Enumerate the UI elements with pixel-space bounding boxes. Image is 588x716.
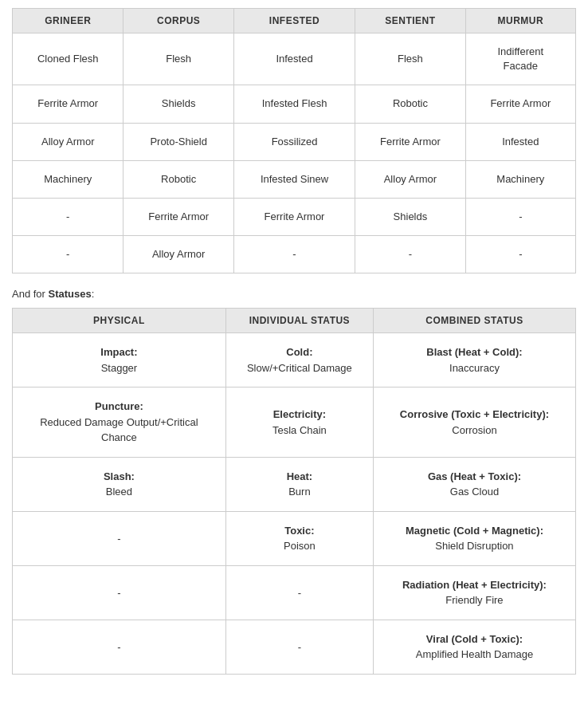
table-cell: - <box>13 198 123 235</box>
table-row: Impact:StaggerCold:Slow/+Critical Damage… <box>13 333 576 388</box>
physical-cell: Slash:Bleed <box>13 457 226 511</box>
enemy-column-header: INFESTED <box>233 9 355 33</box>
table-row: --Radiation (Heat + Electricity):Friendl… <box>13 565 576 620</box>
individual-status-cell: Cold:Slow/+Critical Damage <box>225 333 373 388</box>
individual-status-cell: - <box>225 620 373 674</box>
individual-status-cell: Toxic:Poison <box>225 511 373 565</box>
status-column-header: INDIVIDUAL STATUS <box>225 309 373 333</box>
table-cell: - <box>233 236 355 273</box>
status-column-header: PHYSICAL <box>13 309 226 333</box>
enemy-column-header: GRINEER <box>13 9 123 33</box>
table-cell: Robotic <box>123 160 233 198</box>
combined-status-cell: Viral (Cold + Toxic):Amplified Health Da… <box>373 620 575 674</box>
table-row: Slash:BleedHeat:BurnGas (Heat + Toxic):G… <box>13 457 576 511</box>
physical-cell: - <box>13 565 226 620</box>
physical-cell: - <box>13 511 226 565</box>
table-cell: Flesh <box>123 33 233 85</box>
status-column-header: COMBINED STATUS <box>373 309 575 333</box>
table-cell: Fossilized <box>233 123 355 160</box>
enemy-type-table: GRINEERCORPUSINFESTEDSENTIENTMURMUR Clon… <box>12 8 576 273</box>
enemy-column-header: SENTIENT <box>355 9 465 33</box>
table-cell: Infested Sinew <box>233 160 355 198</box>
table-cell: - <box>355 236 465 273</box>
table-row: MachineryRoboticInfested SinewAlloy Armo… <box>13 160 576 198</box>
individual-status-cell: - <box>225 565 373 620</box>
table-row: --Viral (Cold + Toxic):Amplified Health … <box>13 620 576 674</box>
table-cell: Alloy Armor <box>355 160 465 198</box>
table-cell: Indifferent Facade <box>465 33 575 85</box>
table-cell: Infested <box>233 33 355 85</box>
table-cell: Alloy Armor <box>123 236 233 273</box>
status-table: PHYSICALINDIVIDUAL STATUSCOMBINED STATUS… <box>12 308 576 675</box>
table-row: -Alloy Armor--- <box>13 236 576 273</box>
table-cell: Robotic <box>355 85 465 123</box>
table-row: Puncture:Reduced Damage Output/+Critical… <box>13 388 576 458</box>
combined-status-cell: Blast (Heat + Cold):Inaccuracy <box>373 333 575 388</box>
individual-status-cell: Electricity:Tesla Chain <box>225 388 373 458</box>
table-cell: Shields <box>123 85 233 123</box>
statuses-intro: And for Statuses: <box>12 288 576 300</box>
table-cell: Ferrite Armor <box>13 85 123 123</box>
combined-status-cell: Corrosive (Toxic + Electricity):Corrosio… <box>373 388 575 458</box>
combined-status-cell: Magnetic (Cold + Magnetic):Shield Disrup… <box>373 511 575 565</box>
table-cell: Ferrite Armor <box>355 123 465 160</box>
table-row: -Ferrite ArmorFerrite ArmorShields- <box>13 198 576 235</box>
table-cell: - <box>465 236 575 273</box>
combined-status-cell: Gas (Heat + Toxic):Gas Cloud <box>373 457 575 511</box>
table-cell: Infested <box>465 123 575 160</box>
combined-status-cell: Radiation (Heat + Electricity):Friendly … <box>373 565 575 620</box>
physical-cell: Puncture:Reduced Damage Output/+Critical… <box>13 388 226 458</box>
table-cell: Cloned Flesh <box>13 33 123 85</box>
table-cell: Proto-Shield <box>123 123 233 160</box>
table-cell: Ferrite Armor <box>123 198 233 235</box>
physical-cell: - <box>13 620 226 674</box>
table-cell: Infested Flesh <box>233 85 355 123</box>
table-cell: Machinery <box>465 160 575 198</box>
table-row: Cloned FleshFleshInfestedFleshIndifferen… <box>13 33 576 85</box>
table-row: Ferrite ArmorShieldsInfested FleshRoboti… <box>13 85 576 123</box>
enemy-column-header: MURMUR <box>465 9 575 33</box>
table-cell: Alloy Armor <box>13 123 123 160</box>
table-cell: Flesh <box>355 33 465 85</box>
table-cell: - <box>13 236 123 273</box>
physical-cell: Impact:Stagger <box>13 333 226 388</box>
enemy-column-header: CORPUS <box>123 9 233 33</box>
table-cell: Ferrite Armor <box>233 198 355 235</box>
table-row: -Toxic:PoisonMagnetic (Cold + Magnetic):… <box>13 511 576 565</box>
table-cell: Ferrite Armor <box>465 85 575 123</box>
individual-status-cell: Heat:Burn <box>225 457 373 511</box>
table-row: Alloy ArmorProto-ShieldFossilizedFerrite… <box>13 123 576 160</box>
table-cell: Shields <box>355 198 465 235</box>
table-cell: Machinery <box>13 160 123 198</box>
table-cell: - <box>465 198 575 235</box>
